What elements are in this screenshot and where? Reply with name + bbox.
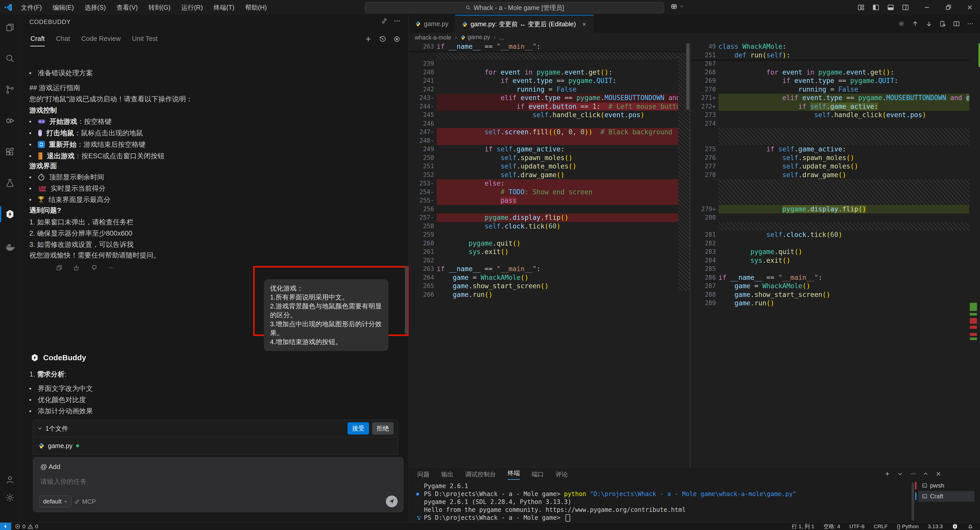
feedback-link-icon[interactable] — [381, 18, 388, 24]
panel-tab-问题[interactable]: 问题 — [417, 470, 430, 478]
panel-tab-输出[interactable]: 输出 — [441, 470, 453, 478]
problems-status[interactable]: 0 0 — [15, 524, 38, 530]
editor-tab-0[interactable]: game.py — [409, 15, 455, 33]
diff-modified-pane[interactable]: 267268 for event in pygame.event.get():2… — [690, 42, 969, 467]
activity-item-docker[interactable] — [0, 239, 20, 255]
sidebar-tabs: CraftChatCode ReviewUnit Test — [30, 35, 158, 46]
toggle-panel-icon[interactable] — [887, 4, 894, 11]
editor-more-icon[interactable] — [967, 20, 974, 27]
terminal-dropdown-icon[interactable] — [897, 471, 903, 477]
send-button[interactable] — [386, 495, 398, 507]
reject-button[interactable]: 拒绝 — [372, 422, 393, 435]
open-file-icon[interactable] — [939, 20, 946, 27]
menu-t[interactable]: 终端(T) — [210, 2, 238, 13]
diff-settings-gear-icon[interactable] — [898, 20, 905, 27]
collapse-chevron-icon[interactable] — [37, 426, 42, 431]
changed-file-row[interactable]: game.py — [33, 437, 398, 454]
thumbs-up-icon[interactable] — [73, 264, 80, 271]
code-line-276: 276 self.spawn_moles() — [690, 154, 969, 162]
activity-item-settings[interactable] — [0, 490, 20, 506]
terminal-session-pwsh[interactable]: pwsh — [918, 480, 974, 491]
settings-target-icon[interactable] — [393, 35, 401, 43]
history-icon[interactable] — [379, 35, 387, 43]
toggle-secondary-sidebar-icon[interactable] — [902, 4, 909, 11]
terminal-session-Craft[interactable]: Craft — [918, 491, 974, 502]
restore-icon[interactable] — [945, 4, 952, 11]
sidebar-scrollbar[interactable] — [405, 266, 408, 334]
status-item[interactable]: {} Python — [897, 524, 918, 530]
menu-g[interactable]: 转到(G) — [145, 2, 174, 13]
diff-editor[interactable]: 239240 for event in pygame.event.get():2… — [409, 42, 980, 467]
editor-scrollbar[interactable] — [686, 43, 689, 110]
panel-tab-评论[interactable]: 评论 — [555, 470, 568, 478]
new-terminal-icon[interactable] — [884, 471, 891, 477]
breadcrumb-item[interactable]: ... — [499, 34, 504, 41]
codebuddy-status-icon[interactable] — [952, 524, 958, 530]
session-status-bar — [915, 492, 916, 500]
activity-item-accounts[interactable] — [0, 472, 20, 488]
mcp-button[interactable]: MCP — [74, 498, 96, 505]
previous-change-icon[interactable] — [912, 20, 919, 27]
close-panel-icon[interactable] — [935, 471, 942, 477]
thumbs-down-icon[interactable] — [91, 264, 97, 271]
panel-more-icon[interactable] — [910, 471, 916, 477]
status-item[interactable]: 行 1, 列 1 — [792, 523, 815, 530]
terminal-scrollbar[interactable] — [912, 482, 914, 520]
activity-item-codebuddy[interactable] — [0, 206, 20, 222]
model-select[interactable]: default — [39, 495, 72, 507]
menu-r[interactable]: 运行(R) — [178, 2, 207, 13]
panel-tab-调试控制台[interactable]: 调试控制台 — [465, 470, 496, 478]
breadcrumb-item[interactable]: game.py — [460, 34, 490, 41]
activity-item-testing[interactable] — [0, 175, 20, 191]
menu-h[interactable]: 帮助(H) — [242, 2, 270, 13]
minimize-icon[interactable] — [923, 4, 931, 11]
task-input-box[interactable]: @ Add 请输入你的任务 default MCP — [33, 457, 404, 512]
customize-layout-icon[interactable] — [858, 4, 865, 11]
prompt-glyph-icon — [416, 515, 422, 521]
panel-tab-端口[interactable]: 端口 — [531, 470, 544, 478]
activity-item-source-control[interactable] — [0, 82, 20, 97]
diff-original-pane[interactable]: 239240 for event in pygame.event.get():2… — [409, 42, 690, 467]
maximize-panel-icon[interactable] — [923, 471, 928, 477]
tab-code-review[interactable]: Code Review — [81, 35, 121, 46]
split-editor-icon[interactable] — [953, 20, 960, 27]
code-line-262: 262 — [409, 256, 690, 265]
toggle-primary-sidebar-icon[interactable] — [872, 4, 880, 11]
more-actions-icon[interactable] — [393, 18, 401, 24]
new-chat-icon[interactable] — [364, 35, 372, 43]
menu-s[interactable]: 选择(S) — [81, 2, 109, 13]
terminal-output[interactable]: Pygame 2.6.1PS D:\projects\Whack - a - M… — [416, 482, 796, 522]
tab-craft[interactable]: Craft — [30, 35, 45, 46]
add-context-button[interactable]: @ Add — [40, 463, 60, 471]
activity-item-run-debug[interactable] — [0, 113, 20, 129]
copy-icon[interactable] — [56, 264, 62, 271]
breadcrumb[interactable]: whack-a-molegame.py... — [409, 33, 980, 42]
code-line-289: 289 game.run() — [690, 299, 969, 308]
activity-item-explorer[interactable] — [0, 19, 20, 35]
remote-indicator[interactable] — [0, 523, 11, 530]
status-item[interactable]: CRLF — [874, 524, 888, 530]
breadcrumb-item[interactable]: whack-a-mole — [415, 34, 451, 41]
next-change-icon[interactable] — [925, 20, 932, 27]
panel-tab-终端[interactable]: 终端 — [508, 469, 520, 480]
close-tab-icon[interactable] — [582, 22, 587, 27]
minimap[interactable] — [969, 42, 980, 467]
editor-tab-1[interactable]: game.py: 变更前 ↔ 变更后 (Editable) — [455, 15, 593, 33]
code-line-260: 260 pygame.quit() — [409, 239, 690, 248]
status-item[interactable]: 3.13.3 — [928, 524, 943, 530]
menu-v[interactable]: 查看(V) — [113, 2, 142, 13]
more-icon[interactable] — [108, 264, 115, 271]
close-window-icon[interactable] — [966, 4, 974, 11]
status-item[interactable]: 空格: 4 — [824, 523, 840, 530]
activity-item-search[interactable] — [0, 51, 20, 66]
chat-toggle-button[interactable] — [670, 2, 684, 10]
status-item[interactable]: UTF-8 — [850, 524, 865, 530]
tab-unit-test[interactable]: Unit Test — [132, 35, 158, 46]
tab-chat[interactable]: Chat — [56, 35, 70, 46]
menu-f[interactable]: 文件(F) — [18, 2, 45, 13]
accept-button[interactable]: 接受 — [348, 422, 369, 435]
notifications-bell-icon[interactable] — [967, 524, 974, 530]
activity-item-extensions[interactable] — [0, 144, 20, 160]
command-center-search[interactable]: Whack - a - Mole game [管理员] — [365, 2, 664, 13]
menu-e[interactable]: 编辑(E) — [49, 2, 77, 13]
